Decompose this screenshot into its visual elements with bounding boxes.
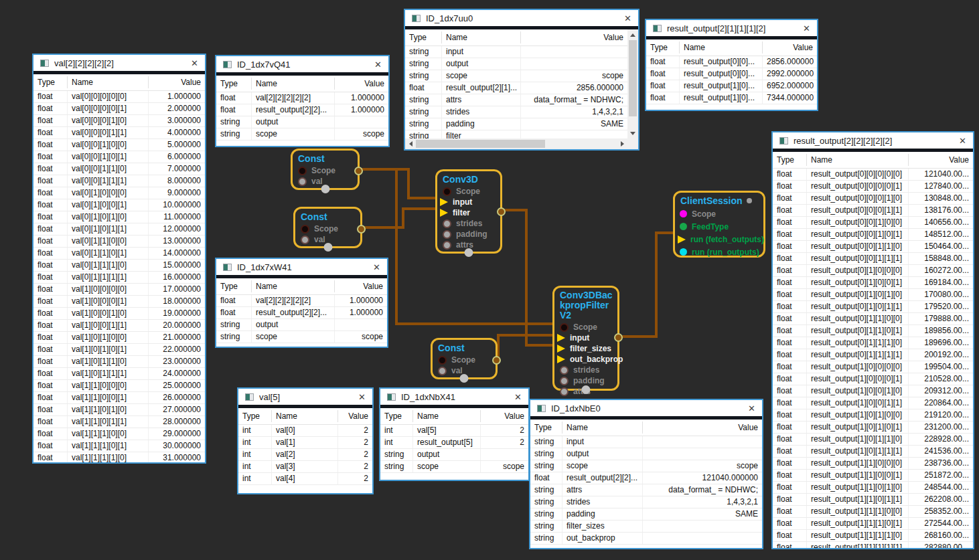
node-handle[interactable] [323, 243, 332, 252]
table-row[interactable]: stringfilter [405, 130, 627, 138]
table-row[interactable]: floatresult_output[1][0][0][0][0]199504.… [773, 361, 973, 373]
table-row[interactable]: floatval[2][2][2][2][2]1.000000 [216, 295, 387, 307]
table-row[interactable]: floatresult_output[1][0]...7344.000000 [646, 92, 817, 104]
table-row[interactable]: intval[3]2 [238, 461, 372, 473]
table-row[interactable]: stringoutput [380, 449, 528, 461]
table-row[interactable]: floatval[0][0][1][1][1]8.000000 [33, 175, 205, 187]
table-row[interactable]: stringoutput [216, 116, 388, 128]
table-row[interactable]: floatval[1][0][1][0][0]21.000000 [33, 332, 205, 344]
column-header-value[interactable]: Value [909, 154, 973, 166]
table-row[interactable]: stringstrides1,4,3,2,1 [405, 106, 627, 118]
column-header-type[interactable]: Type [646, 41, 680, 54]
table-row[interactable]: floatresult_output[0][0][1][1][0]150464.… [773, 241, 973, 253]
arrow-icon[interactable] [557, 345, 565, 353]
table-row[interactable]: floatval[0][1][1][0][1]14.000000 [33, 248, 205, 260]
table-row[interactable]: floatval[0][1][0][1][1]12.000000 [33, 223, 205, 236]
table-row[interactable]: floatval[0][0][0][0][1]2.000000 [33, 103, 205, 115]
arrow-icon[interactable] [557, 355, 565, 363]
table-row[interactable]: stringscopescope [216, 128, 388, 141]
table-row[interactable]: stringoutput [216, 319, 387, 331]
table-row[interactable]: intval[1]2 [238, 437, 372, 449]
vertical-scroll-thumb[interactable] [629, 40, 637, 116]
table-row[interactable]: floatval[0][0][1][1][0]7.000000 [33, 163, 205, 175]
table-row[interactable]: floatval[0][1][1][1][0]15.000000 [33, 260, 205, 272]
table-row[interactable]: stringattrsdata_format_ = NDHWC; [405, 94, 627, 106]
scroll-up-button[interactable] [627, 29, 638, 40]
table-row[interactable]: floatresult_output[2][2]...1.000000 [216, 104, 388, 116]
output-connector[interactable] [354, 167, 363, 175]
table-row[interactable]: floatresult_output[1][0][0][1][0]209312.… [773, 385, 973, 397]
table-row[interactable]: floatresult_output[0][0]...2856.000000 [646, 56, 817, 68]
gray-dot-icon[interactable] [560, 366, 569, 375]
table-row[interactable]: intval[4]2 [238, 473, 372, 485]
table-row[interactable]: floatresult_output[1][1][0][0][0]238736.… [773, 458, 973, 470]
close-icon[interactable]: ✕ [357, 392, 367, 402]
gray-dot-icon[interactable] [443, 230, 451, 239]
table-row[interactable]: floatresult_output[0][0][0][1][1]138176.… [773, 205, 973, 217]
table-row[interactable]: floatval[1][1][0][1][1]28.000000 [33, 416, 205, 428]
table-row[interactable]: stringinput [530, 436, 762, 448]
table-row[interactable]: floatresult_output[1][1][1][1][0]268160.… [773, 530, 973, 542]
table-row[interactable]: floatresult_output[0][0][0][0][1]127840.… [773, 181, 973, 193]
table-row[interactable]: floatval[0][1][0][0][0]9.000000 [33, 187, 205, 199]
output-connector[interactable] [357, 225, 366, 234]
horizontal-scrollbar[interactable] [405, 138, 627, 149]
table-row[interactable]: floatval[0][1][1][0][0]13.000000 [33, 236, 205, 248]
table-row[interactable]: floatval[1][1][1][0][0]29.000000 [33, 428, 205, 440]
column-header-name[interactable]: Name [252, 280, 335, 292]
table-row[interactable]: floatval[1][0][1][1][0]23.000000 [33, 356, 205, 368]
magenta-dot-icon[interactable] [680, 210, 687, 217]
table-row[interactable]: floatval[1][1][0][1][0]27.000000 [33, 404, 205, 416]
table-row[interactable]: stringout_backprop [530, 533, 762, 545]
table-row[interactable]: floatresult_output[0][1][1][0][1]189856.… [773, 325, 973, 337]
node-handle[interactable] [321, 185, 329, 193]
column-header-name[interactable]: Name [807, 154, 909, 166]
table-row[interactable]: floatresult_output[0][0]...2992.000000 [646, 68, 817, 80]
table-row[interactable]: stringpaddingSAME [530, 508, 762, 521]
scroll-left-button[interactable] [405, 138, 416, 149]
table-row[interactable]: floatval[1][0][0][0][0]17.000000 [33, 284, 205, 296]
table-row[interactable]: stringoutput [405, 58, 627, 70]
gray-dot-icon[interactable] [301, 236, 309, 244]
green-dot-icon[interactable] [680, 223, 687, 230]
output-connector[interactable] [492, 356, 501, 365]
node-conv3dbackpropfilterv2[interactable]: Conv3DBackpropFilterV2 Scopeinputfilter_… [552, 286, 619, 391]
table-row[interactable]: floatval[1][0][0][1][0]19.000000 [33, 308, 205, 320]
table-row[interactable]: floatresult_output[1][0][0][1][1]220864.… [773, 397, 973, 409]
table-row[interactable]: floatresult_output[1][1][1][0][1]272544.… [773, 518, 973, 530]
column-header-name[interactable]: Name [680, 41, 763, 54]
table-row[interactable]: floatval[1][1][0][0][1]26.000000 [33, 392, 205, 404]
window-titlebar[interactable]: val[2][2][2][2][2] ✕ [33, 55, 205, 71]
close-icon[interactable]: ✕ [373, 60, 383, 70]
table-row[interactable]: floatval[0][1][1][1][1]16.000000 [33, 272, 205, 284]
wire[interactable] [619, 233, 676, 337]
table-row[interactable]: floatresult_output[0][1][0][1][0]170080.… [773, 289, 973, 301]
column-header-name[interactable]: Name [68, 76, 149, 88]
window-titlebar[interactable]: result_output[2][1][1][1][2] ✕ [646, 20, 817, 36]
table-row[interactable]: floatval[1][1][0][0][0]25.000000 [33, 380, 205, 392]
window-titlebar[interactable]: result_output[2][2][2][2][2] ✕ [773, 132, 973, 149]
window-titlebar[interactable]: ID_1dx7uu0 ✕ [405, 10, 638, 26]
table-row[interactable]: intval[5]2 [380, 425, 528, 437]
node-handle[interactable] [582, 385, 591, 394]
table-row[interactable]: floatresult_output[1][1][0][1][1]262208.… [773, 494, 973, 506]
column-header-type[interactable]: Type [773, 154, 807, 166]
close-icon[interactable]: ✕ [190, 58, 200, 68]
window-titlebar[interactable]: ID_1dx7vQ41 ✕ [216, 56, 388, 72]
wire[interactable] [360, 169, 439, 198]
table-row[interactable]: stringscopescope [530, 460, 762, 472]
table-row[interactable]: intresult_output[5]2 [380, 437, 528, 449]
column-header-type[interactable]: Type [33, 76, 68, 88]
table-row[interactable]: floatval[1][1][1][1][0]31.000000 [33, 452, 205, 462]
column-header-name[interactable]: Name [562, 422, 643, 434]
column-header-name[interactable]: Name [272, 410, 338, 422]
table-row[interactable]: stringoutput [530, 448, 762, 460]
table-row[interactable]: stringinput [405, 46, 627, 58]
arrow-icon[interactable] [440, 209, 448, 217]
close-icon[interactable]: ✕ [958, 136, 968, 146]
gray-dot-icon[interactable] [560, 387, 569, 396]
table-row[interactable]: floatresult_output[1][0]...6952.000000 [646, 80, 817, 92]
column-header-value[interactable]: Value [335, 280, 387, 292]
window-titlebar[interactable]: ID_1dx7xW41 ✕ [216, 259, 387, 275]
table-row[interactable]: floatval[0][0][0][1][1]4.000000 [33, 127, 205, 139]
